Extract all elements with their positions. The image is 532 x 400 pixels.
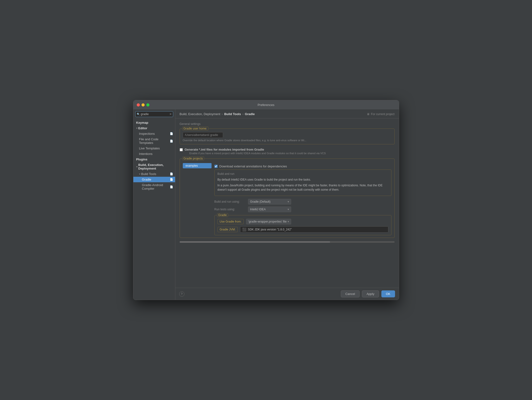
chevron-down-icon: ▾ bbox=[288, 208, 289, 211]
page-icon: 📄 bbox=[170, 185, 173, 189]
sdk-icon: ⬛ bbox=[242, 228, 246, 231]
sidebar-item-file-code-templates[interactable]: File and Code Templates 📄 bbox=[133, 136, 175, 146]
chevron-down-icon: ▾ bbox=[288, 200, 289, 203]
page-icon: 📄 bbox=[170, 132, 173, 135]
traffic-lights bbox=[137, 103, 149, 107]
gradle-projects-label: Gradle projects bbox=[182, 157, 204, 160]
build-and-run-title: Build and run bbox=[218, 172, 388, 176]
generate-iml-hint: Enable if you have a mixed project with … bbox=[185, 152, 326, 155]
download-annotations-label: Download external annotations for depend… bbox=[220, 165, 287, 168]
build-info-2: In a pure Java/Kotlin project, building … bbox=[218, 183, 388, 192]
build-and-run-box: Build and run By default IntelliJ IDEA u… bbox=[215, 170, 392, 196]
search-clear-icon[interactable]: ✕ bbox=[169, 113, 172, 116]
breadcrumb-part-1: Build, Execution, Deployment bbox=[180, 112, 221, 116]
chevron-down-icon: ▾ bbox=[288, 220, 289, 223]
breadcrumb-part-2: Build Tools bbox=[224, 112, 241, 116]
footer: ? Cancel Apply OK bbox=[175, 288, 399, 300]
project-tab-examples[interactable]: examples bbox=[183, 163, 212, 168]
use-gradle-from-select[interactable]: 'gradle-wrapper.properties' file ▾ bbox=[246, 219, 291, 224]
build-run-using-select[interactable]: Gradle (Default) ▾ bbox=[248, 199, 291, 204]
maximize-button[interactable] bbox=[146, 103, 149, 107]
arrow-icon: ▾ bbox=[136, 165, 137, 168]
gradle-user-home-label: Gradle user home: bbox=[182, 127, 209, 130]
run-tests-using-label: Run tests using: bbox=[215, 208, 246, 211]
general-settings-title: General settings bbox=[180, 122, 395, 126]
breadcrumb: Build, Execution, Deployment › Build Too… bbox=[175, 109, 399, 119]
content-panel: Build, Execution, Deployment › Build Too… bbox=[175, 109, 399, 300]
gradle-user-home-hint: Override the default location where Grad… bbox=[183, 139, 392, 142]
run-tests-using-select[interactable]: IntelliJ IDEA ▾ bbox=[248, 206, 291, 212]
use-gradle-from-label: Use Gradle from: bbox=[218, 219, 244, 224]
download-annotations-row: Download external annotations for depend… bbox=[215, 165, 392, 168]
build-run-using-row: Build and run using: Gradle (Default) ▾ bbox=[215, 199, 392, 204]
gradle-user-home-input[interactable] bbox=[183, 132, 223, 138]
apply-button[interactable]: Apply bbox=[362, 290, 379, 297]
ok-button[interactable]: OK bbox=[381, 290, 395, 297]
generate-iml-checkbox[interactable] bbox=[180, 148, 183, 151]
use-gradle-from-row: Use Gradle from: 'gradle-wrapper.propert… bbox=[218, 219, 388, 224]
sidebar-item-plugins[interactable]: Plugins bbox=[133, 157, 175, 162]
gradle-jvm-value: ⬛ SDK JDK java version "1.8.0_242" bbox=[240, 226, 388, 233]
sidebar-item-build-execution-deployment[interactable]: ▾ Build, Execution, Deployment bbox=[133, 162, 175, 171]
page-icon: 📄 bbox=[170, 140, 173, 143]
main-content: 🔍 ✕ Keymap ▾ Editor Inspections 📄 File a… bbox=[133, 109, 399, 300]
arrow-icon: ▾ bbox=[136, 127, 137, 129]
download-annotations-checkbox[interactable] bbox=[215, 165, 218, 168]
search-box: 🔍 ✕ bbox=[135, 111, 173, 117]
sidebar-item-live-templates[interactable]: Live Templates bbox=[133, 146, 175, 151]
scrollbar-track bbox=[180, 241, 395, 243]
cancel-button[interactable]: Cancel bbox=[341, 290, 360, 297]
sidebar-item-gradle[interactable]: Gradle 📄 bbox=[133, 177, 175, 182]
generate-iml-label: Generate *.iml files for modules importe… bbox=[185, 148, 326, 151]
breadcrumb-part-3: Gradle bbox=[245, 112, 255, 116]
settings-area: General settings Gradle user home: Overr… bbox=[175, 119, 399, 288]
build-info-1: By default IntelliJ IDEA uses Gradle to … bbox=[218, 178, 388, 182]
page-icon: 📄 bbox=[170, 172, 173, 176]
arrow-icon: ▾ bbox=[139, 173, 140, 175]
sidebar-item-keymap[interactable]: Keymap bbox=[133, 120, 175, 125]
sidebar: 🔍 ✕ Keymap ▾ Editor Inspections 📄 File a… bbox=[133, 109, 175, 300]
close-button[interactable] bbox=[137, 103, 140, 107]
minimize-button[interactable] bbox=[141, 103, 145, 107]
sidebar-nav: Keymap ▾ Editor Inspections 📄 File and C… bbox=[133, 119, 175, 300]
search-icon: 🔍 bbox=[137, 113, 140, 116]
build-run-using-label: Build and run using: bbox=[215, 200, 246, 203]
gradle-jvm-row: Gradle JVM: ⬛ SDK JDK java version "1.8.… bbox=[218, 226, 388, 233]
run-tests-using-row: Run tests using: IntelliJ IDEA ▾ bbox=[215, 206, 392, 212]
sidebar-item-intentions[interactable]: Intentions bbox=[133, 151, 175, 157]
sidebar-item-inspections[interactable]: Inspections 📄 bbox=[133, 131, 175, 136]
preferences-window: Preferences 🔍 ✕ Keymap ▾ Editor Inspecti… bbox=[133, 100, 399, 300]
page-icon: 📄 bbox=[170, 178, 173, 181]
scrollbar-thumb[interactable] bbox=[180, 241, 330, 243]
gradle-user-home-box: Gradle user home: Override the default l… bbox=[180, 128, 395, 144]
window-title: Preferences bbox=[258, 103, 274, 107]
gradle-section-title: Gradle bbox=[217, 213, 228, 217]
title-bar: Preferences bbox=[133, 100, 399, 109]
help-button[interactable]: ? bbox=[179, 291, 184, 297]
sidebar-item-build-tools[interactable]: ▾ Build Tools 📄 bbox=[133, 171, 175, 177]
gradle-section: Gradle Use Gradle from: 'gradle-wrapper.… bbox=[215, 215, 392, 235]
footer-buttons: Cancel Apply OK bbox=[341, 290, 395, 297]
gradle-projects-box: Gradle projects examples Download extern… bbox=[180, 159, 395, 238]
generate-iml-row: Generate *.iml files for modules importe… bbox=[180, 148, 395, 155]
sidebar-item-editor[interactable]: ▾ Editor bbox=[133, 125, 175, 131]
sidebar-item-gradle-android-compiler[interactable]: Gradle-Android Compiler 📄 bbox=[133, 182, 175, 191]
monitor-icon: 🖥 bbox=[367, 113, 370, 116]
breadcrumb-right: 🖥 For current project bbox=[367, 113, 394, 116]
search-input[interactable] bbox=[135, 111, 173, 117]
gradle-jvm-label: Gradle JVM: bbox=[218, 227, 238, 232]
